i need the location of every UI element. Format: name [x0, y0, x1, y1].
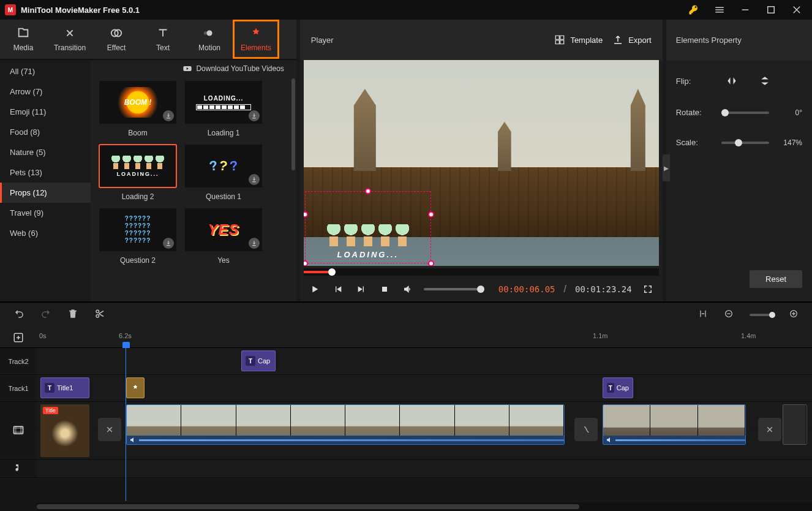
upgrade-key-icon[interactable]: [681, 0, 707, 20]
rotate-value: 0°: [775, 108, 802, 117]
transition-clip[interactable]: [574, 418, 598, 441]
svg-rect-7: [382, 287, 387, 292]
category-food[interactable]: Food (8): [0, 122, 91, 142]
category-arrow[interactable]: Arrow (7): [0, 81, 91, 102]
track-lane[interactable]: TTitle1 TCap: [37, 375, 812, 401]
element-card[interactable]: ??? Question 1: [185, 145, 262, 201]
timeline-scrollbar[interactable]: [37, 502, 812, 511]
resize-handle[interactable]: [304, 260, 308, 266]
tab-transition-label: Transition: [54, 44, 86, 52]
transition-clip[interactable]: [758, 418, 781, 441]
video-clip[interactable]: [603, 404, 746, 445]
playhead-line[interactable]: [126, 348, 126, 501]
resize-handle[interactable]: [428, 260, 434, 266]
text-clip[interactable]: TCap: [603, 377, 633, 398]
minimize-button[interactable]: [732, 0, 758, 20]
tab-transition[interactable]: Transition: [47, 20, 93, 59]
timeline: 0s 6.2s 1.1m 1.4m Track2 TCap Track1 TTi…: [0, 301, 812, 511]
next-frame-button[interactable]: [354, 282, 369, 297]
zoom-slider[interactable]: [750, 314, 773, 316]
seek-bar[interactable]: [304, 268, 659, 276]
tab-media[interactable]: Media: [0, 20, 47, 59]
tab-motion[interactable]: Motion: [186, 20, 233, 59]
maximize-button[interactable]: [758, 0, 784, 20]
flip-vertical-button[interactable]: [748, 75, 781, 87]
rotate-slider[interactable]: [721, 112, 769, 114]
template-button[interactable]: Template: [554, 34, 603, 45]
props-title: Elements Property: [666, 20, 812, 60]
ruler-tick: 6.2s: [119, 332, 132, 339]
zoom-in-button[interactable]: [789, 309, 799, 321]
resize-handle[interactable]: [428, 211, 434, 218]
category-pets[interactable]: Pets (13): [0, 162, 91, 183]
delete-button[interactable]: [67, 308, 78, 322]
reset-button[interactable]: Reset: [750, 270, 802, 288]
text-clip[interactable]: TTitle1: [40, 377, 89, 398]
video-clip[interactable]: [783, 404, 807, 445]
element-label: Yes: [185, 251, 262, 265]
category-emoji[interactable]: Emoji (11): [0, 102, 91, 122]
category-travel[interactable]: Travel (9): [0, 203, 91, 223]
download-icon[interactable]: [163, 110, 174, 121]
undo-button[interactable]: [13, 308, 24, 322]
fit-timeline-button[interactable]: [698, 309, 708, 321]
player-pane: Player Template Export LOADING...: [300, 20, 663, 301]
scale-slider[interactable]: [721, 142, 769, 144]
transition-clip[interactable]: [98, 418, 121, 441]
collapse-props-button[interactable]: ▶: [663, 154, 670, 181]
category-all[interactable]: All (71): [0, 61, 91, 81]
add-track-button[interactable]: [0, 332, 37, 343]
flip-horizontal-button[interactable]: [715, 75, 748, 87]
title-clip[interactable]: Title: [40, 404, 89, 457]
category-props[interactable]: Props (12): [0, 183, 91, 203]
preview-canvas[interactable]: LOADING...: [304, 60, 659, 266]
split-button[interactable]: [94, 308, 105, 322]
category-nature[interactable]: Nature (5): [0, 142, 91, 162]
svg-point-4: [206, 30, 212, 36]
download-icon[interactable]: [163, 238, 174, 249]
seek-knob[interactable]: [328, 268, 336, 276]
category-web[interactable]: Web (6): [0, 223, 91, 243]
zoom-out-button[interactable]: [724, 309, 734, 321]
stop-button[interactable]: [377, 282, 392, 297]
youtube-icon: [182, 64, 192, 74]
download-icon[interactable]: [249, 110, 260, 121]
element-card[interactable]: ?????? ?????? ?????? ?????? Question 2: [99, 208, 176, 265]
play-button[interactable]: [307, 282, 322, 297]
tab-elements[interactable]: Elements: [233, 20, 279, 59]
download-icon[interactable]: [249, 174, 260, 185]
element-card[interactable]: LOADING... Loading 1: [185, 81, 262, 137]
element-card[interactable]: BOOM ! Boom: [99, 81, 176, 137]
element-selection-box[interactable]: LOADING...: [305, 191, 431, 263]
library-pane: Media Transition Effect Text Motion Elem…: [0, 20, 296, 301]
fullscreen-button[interactable]: [641, 282, 655, 297]
track-lane[interactable]: TCap: [37, 348, 812, 374]
overlay-text: LOADING...: [337, 250, 399, 259]
time-ruler[interactable]: 0s 6.2s 1.1m 1.4m: [0, 327, 812, 348]
volume-icon[interactable]: [400, 282, 415, 297]
browser-scrollbar[interactable]: [291, 78, 295, 170]
redo-button[interactable]: [40, 308, 51, 322]
text-clip[interactable]: TCap: [241, 350, 276, 371]
track-lane[interactable]: Title: [37, 402, 812, 459]
tab-effect[interactable]: Effect: [93, 20, 140, 59]
prev-frame-button[interactable]: [331, 282, 345, 297]
track-lane[interactable]: [37, 460, 812, 477]
tab-text[interactable]: Text: [140, 20, 186, 59]
track-header: Track1: [0, 385, 37, 392]
download-yt-link[interactable]: Download YouTube Videos: [196, 64, 284, 73]
ruler-tick: 0s: [39, 332, 47, 339]
menu-icon[interactable]: [707, 0, 732, 20]
current-time: 00:00:06.05: [498, 284, 555, 294]
element-card[interactable]: LOADING... Loading 2: [99, 145, 176, 201]
app-title: MiniTool MovieMaker Free 5.0.1: [21, 6, 140, 15]
element-clip[interactable]: [126, 377, 145, 398]
export-button[interactable]: Export: [612, 34, 652, 45]
ruler-tick: 1.1m: [593, 332, 607, 339]
video-clip[interactable]: [126, 404, 565, 445]
download-icon[interactable]: [249, 238, 260, 249]
element-card[interactable]: YES Yes: [185, 208, 262, 265]
close-button[interactable]: [784, 0, 810, 20]
resize-handle[interactable]: [365, 188, 371, 194]
volume-slider[interactable]: [424, 288, 481, 290]
